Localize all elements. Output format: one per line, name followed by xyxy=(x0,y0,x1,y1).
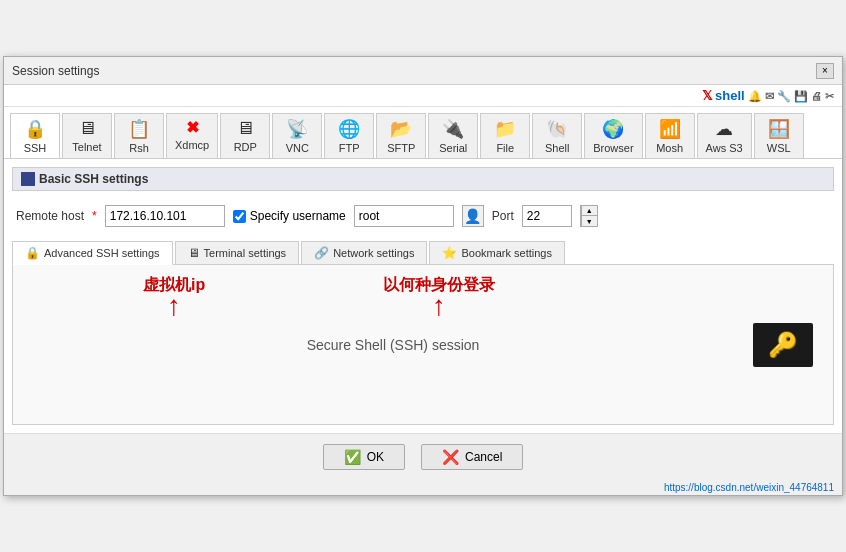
tab-wsl-label: WSL xyxy=(767,142,791,154)
tab-vnc-label: VNC xyxy=(286,142,309,154)
port-spinner: ▲ ▼ xyxy=(580,205,598,227)
session-settings-window: Session settings × 𝕏 shell 🔔 ✉ 🔧 💾 🖨 ✂ 🔒… xyxy=(3,56,843,496)
tab-rsh[interactable]: 📋 Rsh xyxy=(114,113,164,158)
tab-vnc[interactable]: 📡 VNC xyxy=(272,113,322,158)
ssh-description: Secure Shell (SSH) session xyxy=(33,337,753,353)
port-down-button[interactable]: ▼ xyxy=(581,216,597,226)
ftp-icon: 🌐 xyxy=(338,118,360,140)
tab-file[interactable]: 📁 File xyxy=(480,113,530,158)
username-input[interactable] xyxy=(354,205,454,227)
tab-awss3[interactable]: ☁ Aws S3 xyxy=(697,113,752,158)
user-browse-button[interactable]: 👤 xyxy=(462,205,484,227)
subtab-network[interactable]: 🔗 Network settings xyxy=(301,241,427,264)
tab-mosh[interactable]: 📶 Mosh xyxy=(645,113,695,158)
tab-rdp-label: RDP xyxy=(234,141,257,153)
remote-host-input[interactable] xyxy=(105,205,225,227)
rsh-icon: 📋 xyxy=(128,118,150,140)
terminal-icon: 🖥 xyxy=(188,246,200,260)
tab-xdmcp[interactable]: ✖ Xdmcp xyxy=(166,113,218,158)
tab-browser-label: Browser xyxy=(593,142,633,154)
remote-host-label: Remote host xyxy=(16,209,84,223)
title-bar-left: Session settings xyxy=(12,64,99,78)
serial-icon: 🔌 xyxy=(442,118,464,140)
tab-mosh-label: Mosh xyxy=(656,142,683,154)
title-bar: Session settings × xyxy=(4,57,842,85)
logo-bar: 𝕏 shell 🔔 ✉ 🔧 💾 🖨 ✂ xyxy=(4,85,842,107)
tab-serial[interactable]: 🔌 Serial xyxy=(428,113,478,158)
subtab-bookmark[interactable]: ⭐ Bookmark settings xyxy=(429,241,564,264)
tab-ftp[interactable]: 🌐 FTP xyxy=(324,113,374,158)
key-icon-box: 🔑 xyxy=(753,323,813,367)
tab-wsl[interactable]: 🪟 WSL xyxy=(754,113,804,158)
title-bar-right: × xyxy=(816,63,834,79)
tab-sftp[interactable]: 📂 SFTP xyxy=(376,113,426,158)
ok-icon: ✅ xyxy=(344,449,361,465)
tab-xdmcp-label: Xdmcp xyxy=(175,139,209,151)
tab-awss3-label: Aws S3 xyxy=(706,142,743,154)
brand-logo: 𝕏 shell 🔔 ✉ 🔧 💾 🖨 ✂ xyxy=(702,88,834,103)
sftp-icon: 📂 xyxy=(390,118,412,140)
specify-username-checkbox[interactable] xyxy=(233,210,246,223)
tab-telnet[interactable]: 🖥 Telnet xyxy=(62,113,112,158)
subtab-terminal-label: Terminal settings xyxy=(204,247,287,259)
network-icon: 🔗 xyxy=(314,246,329,260)
footer-url: https://blog.csdn.net/weixin_44764811 xyxy=(664,482,834,493)
telnet-icon: 🖥 xyxy=(78,118,96,139)
subtab-network-label: Network settings xyxy=(333,247,414,259)
tab-shell[interactable]: 🐚 Shell xyxy=(532,113,582,158)
ok-button[interactable]: ✅ OK xyxy=(323,444,405,470)
ok-label: OK xyxy=(367,450,384,464)
tab-rdp[interactable]: 🖥 RDP xyxy=(220,113,270,158)
bookmark-icon: ⭐ xyxy=(442,246,457,260)
subtab-advanced-label: Advanced SSH settings xyxy=(44,247,160,259)
port-input[interactable] xyxy=(522,205,572,227)
basic-ssh-title: Basic SSH settings xyxy=(39,172,148,186)
tab-rsh-label: Rsh xyxy=(129,142,149,154)
tab-sftp-label: SFTP xyxy=(387,142,415,154)
browser-icon: 🌍 xyxy=(602,118,624,140)
protocol-tabs: 🔒 SSH 🖥 Telnet 📋 Rsh ✖ Xdmcp 🖥 RDP 📡 xyxy=(4,107,842,159)
tab-ssh[interactable]: 🔒 SSH xyxy=(10,113,60,159)
cancel-label: Cancel xyxy=(465,450,502,464)
tab-ssh-label: SSH xyxy=(24,142,47,154)
specify-username-text: Specify username xyxy=(250,209,346,223)
ssh-section-icon xyxy=(21,172,35,186)
tab-shell-label: Shell xyxy=(545,142,569,154)
port-label: Port xyxy=(492,209,514,223)
awss3-icon: ☁ xyxy=(715,118,733,140)
annotation-login-as: 以何种身份登录 ↑ xyxy=(383,275,495,320)
tab-ftp-label: FTP xyxy=(339,142,360,154)
shell-icon: 🐚 xyxy=(546,118,568,140)
annotation-vm-ip: 虚拟机ip ↑ xyxy=(143,275,205,320)
content-panel: 虚拟机ip ↑ 以何种身份登录 ↑ Secure Shell (SSH) ses… xyxy=(12,265,834,425)
subtab-terminal[interactable]: 🖥 Terminal settings xyxy=(175,241,300,264)
subtab-bookmark-label: Bookmark settings xyxy=(461,247,551,259)
cancel-button[interactable]: ❌ Cancel xyxy=(421,444,523,470)
required-star: * xyxy=(92,209,97,223)
ssh-icon: 🔒 xyxy=(24,118,46,140)
close-button[interactable]: × xyxy=(816,63,834,79)
wsl-icon: 🪟 xyxy=(768,118,790,140)
tab-telnet-label: Telnet xyxy=(72,141,101,153)
advanced-ssh-icon: 🔒 xyxy=(25,246,40,260)
tab-serial-label: Serial xyxy=(439,142,467,154)
window-title: Session settings xyxy=(12,64,99,78)
basic-ssh-section-header: Basic SSH settings xyxy=(12,167,834,191)
file-icon: 📁 xyxy=(494,118,516,140)
sub-tabs: 🔒 Advanced SSH settings 🖥 Terminal setti… xyxy=(12,241,834,265)
xdmcp-icon: ✖ xyxy=(186,118,199,137)
tab-file-label: File xyxy=(496,142,514,154)
tab-browser[interactable]: 🌍 Browser xyxy=(584,113,642,158)
rdp-icon: 🖥 xyxy=(236,118,254,139)
ssh-form-row: Remote host * Specify username 👤 Port ▲ … xyxy=(12,199,834,233)
main-content: Basic SSH settings Remote host * Specify… xyxy=(4,159,842,433)
subtab-advanced[interactable]: 🔒 Advanced SSH settings xyxy=(12,241,173,265)
specify-username-checkbox-label[interactable]: Specify username xyxy=(233,209,346,223)
mosh-icon: 📶 xyxy=(659,118,681,140)
vnc-icon: 📡 xyxy=(286,118,308,140)
cancel-icon: ❌ xyxy=(442,449,459,465)
footer-link: https://blog.csdn.net/weixin_44764811 xyxy=(4,480,842,495)
key-icon: 🔑 xyxy=(768,331,798,359)
button-bar: ✅ OK ❌ Cancel xyxy=(4,433,842,480)
port-up-button[interactable]: ▲ xyxy=(581,206,597,216)
